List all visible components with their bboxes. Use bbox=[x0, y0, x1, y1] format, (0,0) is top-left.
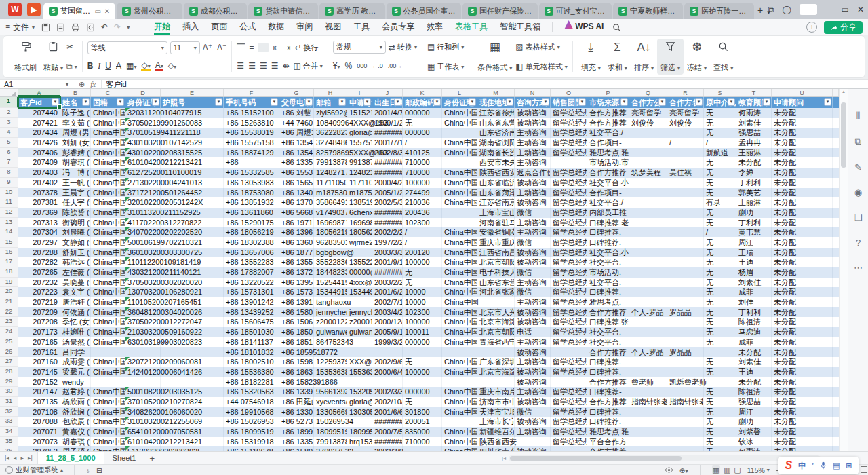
cell[interactable]: 返点合作伙 bbox=[515, 168, 551, 178]
cell[interactable]: 留学总经办 bbox=[551, 307, 587, 318]
cell[interactable]: China中国 bbox=[442, 387, 477, 397]
cell[interactable]: 无 bbox=[704, 168, 736, 178]
cell[interactable]: 申请顾问▼ bbox=[772, 97, 833, 108]
cell[interactable]: 主动咨询 bbox=[515, 337, 551, 347]
cell[interactable]: 社交平台. bbox=[587, 327, 629, 337]
cell[interactable]: ######### bbox=[372, 218, 403, 228]
cell[interactable]: 630103199903020823 bbox=[125, 337, 161, 347]
cell[interactable]: 李婵 bbox=[736, 168, 772, 178]
cell[interactable]: China中国 bbox=[91, 148, 125, 158]
cell[interactable]: 825798695XXX@163. bbox=[314, 148, 347, 158]
row-number[interactable]: 21 bbox=[0, 297, 18, 307]
cell[interactable]: 2002/3/9 bbox=[372, 446, 403, 451]
cell[interactable]: China中国 bbox=[442, 267, 477, 278]
cell[interactable]: China中国 bbox=[91, 248, 125, 258]
menu-视图[interactable]: 视图 bbox=[319, 19, 347, 35]
print-preview-icon[interactable] bbox=[86, 23, 95, 32]
cell[interactable]: 207152 bbox=[18, 377, 60, 387]
menu-会员专享[interactable]: 会员专享 bbox=[376, 19, 420, 35]
cell[interactable]: China中国 bbox=[91, 108, 125, 118]
cell[interactable]: 马恋迪 bbox=[736, 327, 772, 337]
cell[interactable]: 丁利利 bbox=[736, 178, 772, 188]
cell[interactable]: 180562199 bbox=[314, 227, 347, 238]
cell[interactable]: 被动咨询 bbox=[515, 197, 551, 208]
cell[interactable]: 刘素佳 bbox=[736, 118, 772, 128]
filter-dropdown-icon[interactable]: ▼ bbox=[215, 98, 222, 106]
cell[interactable]: 未分配 bbox=[772, 248, 833, 258]
cell[interactable]: 152544154 bbox=[314, 278, 347, 288]
cell[interactable]: +86 1340540988 bbox=[279, 188, 314, 198]
cell[interactable]: 留学总经办 bbox=[551, 407, 587, 417]
cell[interactable]: 王迪 bbox=[736, 257, 772, 267]
cell[interactable]: 山东省东营 bbox=[477, 118, 515, 128]
font-name-select[interactable]: 等线▾ bbox=[87, 41, 167, 54]
cell[interactable]: 无 bbox=[704, 407, 736, 417]
cell[interactable]: 无 bbox=[704, 218, 736, 228]
filter-dropdown-icon[interactable]: ▼ bbox=[695, 98, 703, 106]
cell[interactable]: 无 bbox=[704, 287, 736, 297]
cell[interactable]: 衡琬明 (女 bbox=[60, 218, 91, 228]
row-number[interactable]: 17 bbox=[0, 257, 18, 267]
vertical-scrollbar-thumb[interactable] bbox=[841, 102, 846, 168]
cell[interactable]: +44 07546918 bbox=[224, 397, 279, 407]
fill-button[interactable]: ⤓填充 ▾ bbox=[578, 39, 604, 75]
cell[interactable]: 124827175 bbox=[314, 168, 347, 178]
cell[interactable]: 102300 bbox=[403, 307, 442, 318]
cell[interactable]: 姓名▼ bbox=[60, 97, 91, 108]
cell[interactable]: 护照号▼ bbox=[161, 97, 224, 108]
menu-工具[interactable]: 工具 bbox=[347, 19, 376, 35]
cell[interactable]: +86 1335925706 bbox=[279, 157, 314, 168]
cell[interactable] bbox=[442, 157, 477, 168]
cell[interactable]: +86 1354402198 bbox=[279, 148, 314, 158]
cell[interactable]: 无 bbox=[704, 238, 736, 248]
cell[interactable]: 北京市大兴 bbox=[477, 307, 515, 318]
cell[interactable]: +86 18182281 bbox=[224, 377, 279, 387]
cell[interactable]: ######### bbox=[372, 437, 403, 447]
cell[interactable]: 留学总经办 bbox=[551, 197, 587, 208]
cell[interactable]: 207160 bbox=[18, 357, 60, 367]
page-layout-view-icon[interactable]: ▢ bbox=[734, 466, 741, 474]
cell[interactable]: 207409 bbox=[18, 157, 60, 168]
filter-dropdown-icon[interactable]: ▼ bbox=[728, 98, 735, 106]
cell[interactable]: 主动咨询 bbox=[515, 297, 551, 307]
cell[interactable]: 2002/3/3 bbox=[372, 387, 403, 397]
cell[interactable]: 父母电话号码▼ bbox=[279, 97, 314, 108]
cell[interactable]: 指南针张老师 bbox=[667, 397, 704, 407]
cell[interactable]: 王瑞 bbox=[736, 248, 772, 258]
cell[interactable]: 袁文宇 (女 bbox=[60, 287, 91, 297]
cell[interactable]: 留学总经办 bbox=[551, 168, 587, 178]
cell[interactable]: China中国 bbox=[91, 218, 125, 228]
cell[interactable] bbox=[667, 417, 704, 427]
cell[interactable]: +86 13851932 bbox=[224, 197, 279, 208]
cell[interactable]: +86 13611860 bbox=[224, 208, 279, 218]
minimize-button[interactable]: — bbox=[825, 5, 833, 14]
cell[interactable]: 成菲 bbox=[736, 287, 772, 297]
cell[interactable]: 无 bbox=[704, 297, 736, 307]
cell[interactable]: 邮政编码▼ bbox=[403, 97, 442, 108]
cell[interactable]: +86 1335925706 bbox=[279, 437, 314, 447]
cell[interactable]: wjrme221( bbox=[347, 238, 372, 248]
cell[interactable] bbox=[667, 208, 704, 218]
cell[interactable]: 无 bbox=[704, 387, 736, 397]
cell[interactable] bbox=[629, 148, 667, 158]
document-tab[interactable]: S宁夏教师样本.xlsx bbox=[613, 3, 683, 19]
cell[interactable] bbox=[667, 407, 704, 417]
cell[interactable]: 710000 bbox=[403, 157, 442, 168]
cell[interactable]: 刘素佳 bbox=[736, 357, 772, 367]
cell[interactable]: 169698712 bbox=[347, 218, 372, 228]
cell[interactable]: 社交平台.小 bbox=[587, 178, 629, 188]
cell[interactable]: China中国 bbox=[91, 327, 125, 337]
sort-button[interactable]: A↓排序 ▾ bbox=[631, 39, 657, 75]
expand-icon[interactable] bbox=[861, 466, 867, 473]
cell[interactable]: 留学总经办 bbox=[551, 427, 587, 437]
cell[interactable]: 合作方名▼ bbox=[667, 97, 704, 108]
cell[interactable]: 10000 bbox=[403, 297, 442, 307]
cell[interactable]: 教育顾问▼ bbox=[736, 97, 772, 108]
cell[interactable]: 410125 bbox=[403, 148, 442, 158]
cell[interactable] bbox=[551, 446, 587, 451]
column-header-Q[interactable]: Q bbox=[629, 89, 667, 96]
cell[interactable]: / bbox=[667, 138, 704, 148]
cell[interactable]: 未分配 bbox=[736, 157, 772, 168]
cell[interactable]: 黄韦慧 bbox=[736, 227, 772, 238]
cell[interactable]: 362228235 bbox=[314, 128, 347, 138]
